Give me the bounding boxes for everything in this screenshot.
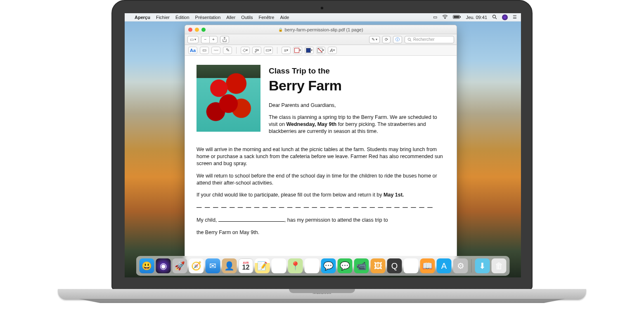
close-button[interactable] (188, 28, 192, 32)
search-field[interactable]: Rechercher (405, 36, 454, 43)
spotlight-icon[interactable] (492, 14, 497, 20)
laptop-frame: Aperçu Fichier Édition Présentation Alle… (58, 0, 586, 303)
dock-ibooks-icon[interactable]: 📖 (420, 258, 435, 273)
border-color-button[interactable]: ▾ (293, 47, 302, 54)
sketch-tool[interactable]: 〰 (211, 47, 220, 54)
menu-edit[interactable]: Édition (175, 15, 189, 20)
preview-window: 🔒 berry-farm-permission-slip.pdf (1 page… (185, 25, 457, 268)
note-tool[interactable]: ▭▾ (264, 47, 273, 54)
line-style-button[interactable]: ≡▾ (282, 47, 291, 54)
screen: Aperçu Fichier Édition Présentation Alle… (125, 13, 521, 277)
airplay-icon[interactable]: ▭ (433, 14, 437, 20)
shapes-tool[interactable]: ◇▾ (241, 47, 250, 54)
font-style-button[interactable]: A▾ (328, 47, 337, 54)
zoom-in-button[interactable]: + (209, 36, 218, 43)
child-name-field[interactable] (218, 221, 284, 222)
dock-facetime-icon[interactable]: 📹 (354, 258, 369, 273)
dock-mail-icon[interactable]: ✉ (206, 258, 220, 273)
svg-point-5 (408, 38, 410, 40)
dock-imessage-icon[interactable]: 💬 (338, 258, 353, 273)
toolbar: ▭▾ − + ✎▾ ⟳ ⓘ Rechercher (185, 34, 457, 45)
window-title-area: 🔒 berry-farm-permission-slip.pdf (1 page… (278, 27, 363, 32)
doc-paragraph-1: The class is planning a spring trip to t… (269, 114, 445, 135)
laptop-lid: Aperçu Fichier Édition Présentation Alle… (111, 0, 533, 290)
highlight-button[interactable]: ✎▾ (369, 36, 380, 43)
notification-center-icon[interactable]: ☰ (513, 14, 517, 20)
dock-appstore-icon[interactable]: A (437, 258, 452, 273)
share-button[interactable] (220, 36, 229, 43)
laptop-base (58, 289, 586, 300)
siri-menubar-icon[interactable] (502, 14, 508, 20)
dock-calendar-icon[interactable]: AVR12 (239, 258, 253, 273)
search-placeholder: Rechercher (413, 37, 435, 42)
dock-finder-icon[interactable]: 😃 (140, 258, 154, 273)
minimize-button[interactable] (195, 28, 199, 32)
doc-greeting: Dear Parents and Guardians, (269, 102, 445, 109)
laptop-feet (58, 299, 586, 303)
separator-dashes: — — — — — — — — — — — — — — — — — — — — … (197, 204, 445, 211)
dock-itunes-icon[interactable]: ♫ (404, 258, 419, 273)
dock-safari-icon[interactable]: 🧭 (189, 258, 204, 273)
dock-quicktime-icon[interactable]: Q (387, 258, 402, 273)
battery-icon[interactable] (453, 15, 461, 20)
dock-settings-icon[interactable]: ⚙ (453, 258, 468, 273)
menu-window[interactable]: Fenêtre (258, 15, 274, 20)
doc-form-line-1: My child, , has my permission to attend … (197, 217, 445, 224)
doc-paragraph-4: If your child would like to participate,… (197, 192, 445, 199)
view-mode-button[interactable]: ▭▾ (187, 36, 199, 43)
sign-tool[interactable]: ʂ▾ (252, 47, 261, 54)
svg-point-3 (493, 15, 496, 18)
dock-trash-icon[interactable]: 🗑 (492, 258, 507, 273)
selection-tool[interactable]: ▭ (200, 47, 209, 54)
dock-preview-icon[interactable]: 🖼 (371, 258, 386, 273)
dock-contacts-icon[interactable]: 👤 (222, 258, 237, 273)
svg-rect-2 (460, 16, 461, 18)
text-tool[interactable]: Aa (188, 47, 197, 54)
fill-color-button[interactable]: ▾ (305, 47, 314, 54)
dock: 😃◉🚀🧭✉👤AVR12📝☑📍❀💬💬📹🖼Q♫📖A⚙⬇🗑 (136, 256, 510, 276)
dock-photos-icon[interactable]: ❀ (305, 258, 320, 273)
lock-icon: 🔒 (278, 28, 283, 32)
traffic-lights (188, 28, 206, 32)
dock-separator (471, 259, 472, 272)
menu-go[interactable]: Aller (226, 15, 235, 20)
dock-messages-icon[interactable]: 💬 (321, 258, 336, 273)
app-menu[interactable]: Aperçu (135, 15, 150, 20)
pdf-page: Class Trip to the Berry Farm Dear Parent… (197, 65, 445, 236)
svg-line-6 (410, 40, 412, 41)
doc-paragraph-2: We will arrive in the morning and eat lu… (197, 146, 445, 167)
markup-toolbar: Aa ▭ 〰 ✎ ◇▾ ʂ▾ ▭▾ ≡▾ ▾ ▾ ▾ A▾ (185, 45, 457, 56)
dock-reminders-icon[interactable]: ☑ (272, 258, 286, 273)
clock[interactable]: Jeu. 09:41 (466, 15, 487, 20)
menubar: Aperçu Fichier Édition Présentation Alle… (125, 13, 521, 21)
menu-presentation[interactable]: Présentation (195, 15, 221, 20)
dock-siri-icon[interactable]: ◉ (156, 258, 171, 273)
window-title: berry-farm-permission-slip.pdf (1 page) (284, 27, 363, 32)
camera-icon (321, 7, 324, 9)
draw-tool[interactable]: ✎ (223, 47, 232, 54)
zoom-out-button[interactable]: − (201, 36, 209, 43)
menu-help[interactable]: Aide (280, 15, 289, 20)
dock-launchpad-icon[interactable]: 🚀 (173, 258, 187, 273)
svg-line-4 (495, 18, 497, 19)
shape-fill-button[interactable]: ▾ (316, 47, 325, 54)
doc-heading: Berry Farm (269, 76, 445, 95)
maximize-button[interactable] (201, 28, 206, 32)
doc-form-line-2: the Berry Farm on May 9th. (197, 229, 445, 236)
titlebar[interactable]: 🔒 berry-farm-permission-slip.pdf (1 page… (185, 25, 457, 34)
separator (236, 47, 237, 54)
doc-overline: Class Trip to the (269, 66, 445, 76)
strawberry-image (197, 65, 260, 132)
dock-maps-icon[interactable]: 📍 (288, 258, 303, 273)
wifi-icon[interactable] (442, 15, 448, 20)
menu-file[interactable]: Fichier (156, 15, 170, 20)
dock-notes-icon[interactable]: 📝 (255, 258, 270, 273)
document-viewport[interactable]: Class Trip to the Berry Farm Dear Parent… (185, 56, 457, 268)
doc-paragraph-3: We will return to school before the end … (197, 173, 445, 187)
menu-tools[interactable]: Outils (241, 15, 253, 20)
laptop-notch (289, 289, 355, 293)
markup-toggle-button[interactable]: ⓘ (393, 36, 402, 43)
rotate-button[interactable]: ⟳ (382, 36, 391, 43)
svg-rect-1 (454, 16, 459, 18)
dock-downloads-icon[interactable]: ⬇ (475, 258, 490, 273)
